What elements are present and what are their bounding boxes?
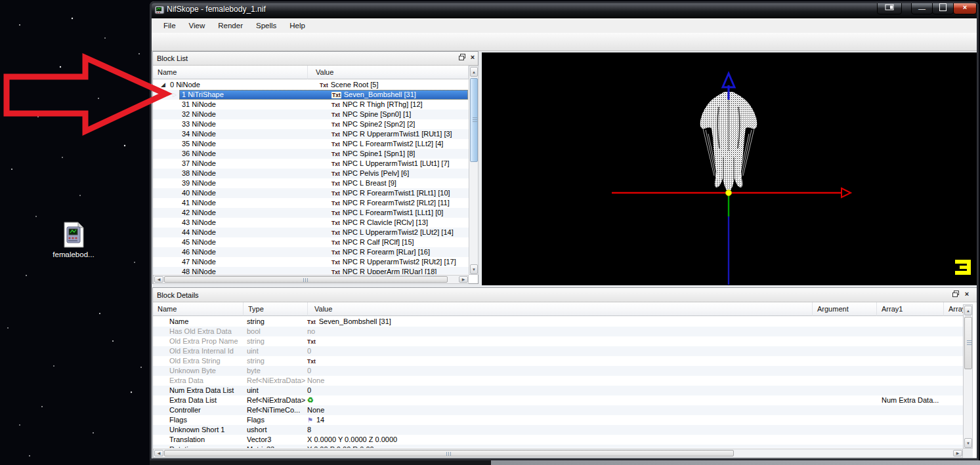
block-details-row[interactable]: ControllerRef<NiTimeCo...None [153,405,963,415]
column-header-array1[interactable]: Array1 [877,302,944,316]
column-header-argument[interactable]: Argument [813,302,877,316]
txt-icon: Txt [307,319,316,325]
maximize-button[interactable] [932,1,954,14]
block-value: NPC R ForearmTwist2 [RLt2] [11] [343,198,450,208]
tree-value-cell: TxtSeven_Bombshell [31] [328,90,469,100]
red-arrow-annotation [0,52,177,144]
block-list-row[interactable]: 47 NiNodeTxtNPC R UpperarmTwist2 [RUt2] … [153,257,469,267]
block-list-row[interactable]: 42 NiNodeTxtNPC L ForearmTwist1 [LLt1] [… [153,208,469,218]
column-header-name[interactable]: Name [153,302,244,316]
scroll-up-button[interactable]: ▲ [470,67,478,77]
block-list-row[interactable]: 48 NiNodeTxtNPC R UpperArm [RUar] [18] [153,267,469,274]
scroll-down-button[interactable]: ▼ [964,438,972,448]
column-header-value[interactable]: Value [308,66,469,79]
block-details-vscrollbar[interactable]: ▲ ▼ [963,304,973,449]
detail-name: Num Extra Data List [169,386,234,395]
block-details-row[interactable]: Unknown Bytebyte0 [153,366,963,376]
block-list-row[interactable]: 31 NiNodeTxtNPC R Thigh [RThg] [12] [153,100,469,110]
block-details-row[interactable]: Extra Data ListRef<NiExtraData>♻Num Extr… [153,395,963,405]
block-list-row[interactable]: ◢0 NiNodeTxtScene Root [5] [153,80,469,90]
detail-value-text: 8 [307,425,311,435]
close-panel-icon[interactable]: × [962,290,971,298]
block-list-row[interactable]: 33 NiNodeTxtNPC Spine2 [Spn2] [2] [153,119,469,129]
block-details-row[interactable]: Old Extra Internal Iduint0 [153,346,963,356]
window-titlebar[interactable]: NifSkope - femalebody_1.nif — × [150,1,979,18]
menu-file[interactable]: File [157,20,182,31]
vscroll-thumb[interactable] [964,317,972,369]
close-button[interactable]: × [953,1,977,14]
detail-name: Controller [169,405,201,415]
block-details-row[interactable]: Old Extra StringstringTxt [153,356,963,366]
block-details-row[interactable]: Unknown Short 1ushort8 [153,425,963,435]
column-header-value[interactable]: Value [308,302,813,316]
scroll-right-button[interactable]: ▶ [459,276,468,283]
detail-value: no [307,327,315,336]
block-list-hscrollbar[interactable]: ◀ ▶ [153,275,469,284]
block-list-vscrollbar[interactable]: ▲ ▼ [469,66,479,275]
block-list-titlebar[interactable]: Block List × [153,52,478,66]
block-list-row[interactable]: 40 NiNodeTxtNPC R ForearmTwist1 [RLt1] [… [153,188,469,198]
menu-spells[interactable]: Spells [249,20,283,31]
detail-value: 8 [307,425,311,435]
detail-name: Rotation [169,445,196,448]
block-list-row[interactable]: 34 NiNodeTxtNPC R UpperarmTwist1 [RUt1] … [153,129,469,139]
block-details-row[interactable]: Num Extra Data Listuint0 [153,386,963,395]
scroll-left-button[interactable]: ◀ [154,276,163,283]
block-details-row[interactable]: RotationMatrix33Y 0.00 P 0.00 R 0.00 [153,445,963,448]
block-list-row[interactable]: 36 NiNodeTxtNPC Spine1 [Spn1] [8] [153,149,469,159]
close-panel-icon[interactable]: × [468,53,477,62]
menu-help[interactable]: Help [283,20,312,31]
block-list-row[interactable]: 43 NiNodeTxtNPC R Clavicle [RClv] [13] [153,218,469,228]
block-details-row[interactable]: Extra DataRef<NiExtraData>None [153,376,963,386]
block-name: 45 NiNode [182,237,216,247]
block-list-row[interactable]: 45 NiNodeTxtNPC R Calf [RClf] [15] [153,237,469,247]
thumb-grip [967,340,972,346]
minimize-button[interactable]: — [911,1,933,14]
scroll-down-button[interactable]: ▼ [470,264,478,274]
detail-name: Old Extra Internal Id [169,346,234,356]
taskbar-sliver-dark [150,460,491,465]
menu-render[interactable]: Render [211,20,249,31]
viewport-scene [482,52,977,285]
block-list-row[interactable]: 32 NiNodeTxtNPC Spine [Spn0] [1] [153,110,469,119]
block-list-row[interactable]: 37 NiNodeTxtNPC L UpperarmTwist1 [LUt1] … [153,159,469,169]
block-list-row[interactable]: 38 NiNodeTxtNPC Pelvis [Pelv] [6] [153,169,469,178]
block-details-hscrollbar[interactable]: ◀ ▶ [153,449,963,458]
txt-icon: Txt [331,102,340,108]
window-extra-button[interactable] [877,1,902,14]
block-details-titlebar[interactable]: Block Details × [153,288,977,302]
detail-value-text: Y 0.00 P 0.00 R 0.00 [307,445,374,448]
block-value: NPC R ForearmTwist1 [RLt1] [10] [343,188,450,198]
float-panel-icon[interactable] [951,291,960,299]
column-header-array2[interactable]: Array2 [944,302,963,316]
txt-icon: Txt [331,239,340,246]
render-viewport[interactable] [482,52,977,285]
scroll-up-button[interactable]: ▲ [964,306,972,315]
scroll-left-button[interactable]: ◀ [154,450,163,456]
menu-view[interactable]: View [182,20,212,31]
tree-name-cell: 40 NiNode [153,188,328,198]
block-details-row[interactable]: FlagsFlags⚑14 [153,415,963,425]
vscroll-thumb[interactable] [470,78,478,162]
detail-name: Extra Data [169,376,203,386]
block-list-row[interactable]: 46 NiNodeTxtNPC R Forearm [RLar] [16] [153,247,469,257]
block-details-row[interactable]: Has Old Extra Databoolno [153,327,963,336]
block-details-row[interactable]: TranslationVector3X 0.0000 Y 0.0000 Z 0.… [153,435,963,445]
block-list-row[interactable]: 35 NiNodeTxtNPC L ForearmTwist2 [LLt2] [… [153,139,469,149]
block-list-row[interactable]: 41 NiNodeTxtNPC R ForearmTwist2 [RLt2] [… [153,198,469,208]
hscroll-thumb[interactable] [164,276,448,283]
block-value: NPC R Thigh [RThg] [12] [343,100,423,110]
block-list-row[interactable]: ▷1 NiTriShapeTxtSeven_Bombshell [31] [153,90,469,100]
block-details-row[interactable]: Old Extra Prop NamestringTxt [153,336,963,346]
float-panel-icon[interactable] [458,54,467,62]
block-list-row[interactable]: 44 NiNodeTxtNPC L UpperarmTwist2 [LUt2] … [153,228,469,237]
desktop-icon-femalebody[interactable]: femalebod... [37,222,110,262]
scroll-right-button[interactable]: ▶ [953,450,962,456]
detail-type: string [247,317,312,327]
column-header-type[interactable]: Type [244,302,308,316]
tree-value-cell: TxtNPC Spine2 [Spn2] [2] [328,119,469,129]
hscroll-thumb[interactable] [164,450,734,456]
block-details-row[interactable]: NamestringTxtSeven_Bombshell [31] [153,317,963,327]
block-value: NPC L ForearmTwist1 [LLt1] [0] [343,208,444,218]
block-list-row[interactable]: 39 NiNodeTxtNPC L Breast [9] [153,178,469,188]
